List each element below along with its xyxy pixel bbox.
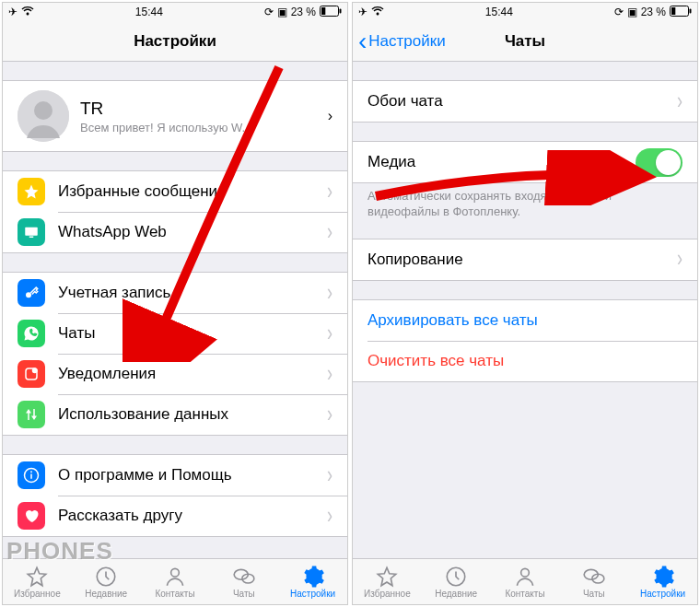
tab-label: Чаты [583,589,605,599]
tab-contacts[interactable]: Контакты [141,559,210,604]
tab-label: Недавние [85,589,127,599]
profile-name: TR [80,99,328,119]
star-icon [18,178,45,205]
airplane-icon: ✈ [358,6,368,18]
nav-bar-chats: ‹ Настройки Чаты [353,21,697,62]
chevron-right-icon: › [327,178,332,204]
media-toggle[interactable] [636,148,682,177]
svg-point-14 [171,568,180,577]
chevron-right-icon: › [677,88,682,114]
whatsapp-web-cell[interactable]: WhatsApp Web › [3,212,347,252]
notifications-label: Уведомления [58,365,327,383]
svg-rect-18 [671,7,675,15]
chats-content: Обои чата › Медиа Автоматически сохранят… [353,62,697,558]
watermark: PHONES [6,537,113,566]
airplane-icon: ✈ [8,6,18,18]
profile-cell[interactable]: TR Всем привет! Я использую W... › [3,81,347,151]
account-label: Учетная запись [58,284,327,302]
notifications-cell[interactable]: Уведомления › [3,354,347,394]
chevron-left-icon: ‹ [358,27,367,56]
chevron-right-icon: › [327,218,332,245]
tab-label: Избранное [14,589,61,599]
media-cell[interactable]: Медиа [353,142,697,182]
wallpaper-cell[interactable]: Обои чата › [353,81,697,122]
chevron-right-icon: › [327,279,332,306]
nav-bar-settings: Настройки [3,21,347,62]
status-time: 15:44 [135,6,163,18]
account-cell[interactable]: Учетная запись › [3,273,347,313]
settings-content: TR Всем привет! Я использую W... › Избра… [3,62,347,558]
svg-rect-11 [30,474,32,479]
svg-point-21 [521,568,530,577]
tab-favorites[interactable]: Избранное [3,559,72,604]
tab-settings[interactable]: Настройки [278,559,347,604]
profile-status: Всем привет! Я использую W... [80,121,328,134]
back-label: Настройки [368,32,445,51]
archive-all-cell[interactable]: Архивировать все чаты [353,300,697,341]
battery-text: 23 % [641,6,666,18]
svg-rect-19 [689,8,691,13]
clear-all-cell[interactable]: Очистить все чаты [353,341,697,381]
tab-recents[interactable]: Недавние [72,559,141,604]
help-cell[interactable]: О программе и Помощь › [3,455,347,496]
back-button[interactable]: ‹ Настройки [358,21,446,61]
lock-icon: ⟳ [614,6,624,18]
chevron-right-icon: › [328,108,332,124]
phone-chats: ✈ 15:44 ⟳ ▣ 23 % ‹ Настройки Чаты Обои ч… [352,2,698,605]
tab-chats[interactable]: Чаты [559,559,628,604]
picture-icon: ▣ [627,6,637,18]
data-usage-cell[interactable]: Использование данных › [3,394,347,435]
avatar [18,90,69,142]
tab-label: Избранное [364,589,411,599]
chevron-right-icon: › [327,401,332,427]
whatsapp-icon [18,320,45,347]
wallpaper-label: Обои чата [368,92,677,111]
backup-label: Копирование [368,251,677,269]
wifi-icon [21,6,34,18]
page-title: Чаты [505,32,545,51]
archive-label: Архивировать все чаты [368,311,682,330]
tab-label: Настройки [290,589,335,599]
starred-messages-cell[interactable]: Избранные сообщения › [3,171,347,212]
battery-icon [670,6,692,19]
svg-point-12 [30,471,32,473]
svg-point-4 [34,101,52,120]
status-time: 15:44 [485,6,513,18]
tell-friend-cell[interactable]: Рассказать другу › [3,496,347,536]
chats-label: Чаты [58,324,327,343]
key-icon [18,279,45,307]
tab-chats[interactable]: Чаты [209,559,278,604]
page-title: Настройки [134,32,216,51]
chevron-right-icon: › [677,246,682,273]
tab-label: Чаты [233,589,255,599]
status-bar: ✈ 15:44 ⟳ ▣ 23 % [3,3,347,21]
svg-rect-6 [29,237,34,239]
chevron-right-icon: › [327,461,332,488]
info-icon [18,461,45,489]
heart-icon [18,502,45,530]
battery-text: 23 % [291,6,316,18]
tab-favorites[interactable]: Избранное [353,559,422,604]
svg-point-9 [33,368,38,373]
tab-recents[interactable]: Недавние [422,559,491,604]
backup-cell[interactable]: Копирование › [353,239,697,280]
tab-contacts[interactable]: Контакты [491,559,560,604]
tab-label: Контакты [505,589,544,599]
data-usage-label: Использование данных [58,405,327,424]
chevron-right-icon: › [327,320,332,346]
help-label: О программе и Помощь [58,466,327,484]
status-bar: ✈ 15:44 ⟳ ▣ 23 % [353,3,697,21]
lock-icon: ⟳ [264,6,274,18]
svg-rect-2 [339,8,341,13]
svg-rect-5 [25,228,38,236]
data-icon [18,401,45,428]
chevron-right-icon: › [327,502,332,529]
tab-label: Контакты [155,589,194,599]
svg-rect-1 [321,7,325,15]
chevron-right-icon: › [327,360,332,387]
chats-cell[interactable]: Чаты › [3,313,347,354]
battery-icon [320,6,342,19]
tab-settings[interactable]: Настройки [628,559,697,604]
starred-label: Избранные сообщения [58,182,327,201]
svg-point-7 [26,292,31,298]
